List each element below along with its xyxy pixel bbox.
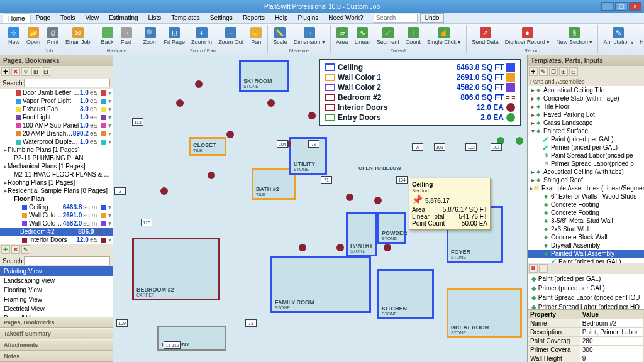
- property-row[interactable]: DescriptionPaint, Primer, Labor: [528, 328, 644, 337]
- interior-door-marker[interactable]: [384, 244, 391, 251]
- templates-add-button[interactable]: ✚: [529, 67, 538, 76]
- close-button[interactable]: ×: [629, 2, 641, 11]
- parts-item[interactable]: ▸◆Shingled Roof: [528, 176, 644, 184]
- menu-templates[interactable]: Templates: [166, 13, 205, 23]
- tree-item[interactable]: ▸Roofing Plans [1 Pages]: [0, 178, 113, 187]
- tree-item[interactable]: Foot Light1.0ea▾: [0, 113, 113, 121]
- interior-door-marker[interactable]: [267, 99, 275, 107]
- ribbon-single-click--button[interactable]: ☝Single Click ▾: [424, 25, 465, 47]
- left-search-input[interactable]: [24, 79, 110, 87]
- floor-plan-canvas[interactable]: SKI ROOMSTONECLOSETTILEBATH #2TILEBEDROO…: [113, 55, 527, 362]
- tree-item[interactable]: ▸Residential Sample Plans [8 Pages]: [0, 187, 113, 195]
- tree-item[interactable]: Floor Plan: [0, 195, 113, 203]
- menu-view[interactable]: View: [80, 13, 104, 23]
- interior-door-marker[interactable]: [208, 172, 215, 179]
- menu-help[interactable]: Help: [270, 13, 293, 23]
- tab-pages-bookmarks[interactable]: Pages, Bookmarks: [0, 317, 113, 328]
- menu-tools[interactable]: Tools: [55, 13, 80, 23]
- tree-item[interactable]: ▸Plumbing Plans [1 Pages]: [0, 146, 113, 154]
- tree-item[interactable]: Ceiling6463.8sq m▾: [0, 203, 113, 211]
- delete-button[interactable]: ✖: [11, 67, 20, 76]
- expand-button[interactable]: ⊞: [31, 67, 40, 76]
- menu-estimating[interactable]: Estimating: [104, 13, 143, 23]
- parts-list-item[interactable]: ◆ Primer (priced per GAL): [528, 283, 644, 293]
- interior-door-marker[interactable]: [374, 197, 382, 204]
- menu-lists[interactable]: Lists: [143, 13, 167, 23]
- tab-notes[interactable]: Notes: [0, 351, 113, 362]
- ribbon-dimension--button[interactable]: ↔Dimension ▾: [291, 25, 328, 47]
- menu-home[interactable]: Home: [3, 13, 31, 23]
- ribbon-segment-button[interactable]: ⟋Segment: [374, 25, 402, 47]
- views-add-button[interactable]: ✚: [1, 245, 10, 254]
- parts-item[interactable]: ▸◆Tile Floor: [528, 102, 644, 111]
- ribbon-digitizer-record--button[interactable]: ●Digitizer Record ▾: [502, 25, 553, 47]
- view-item[interactable]: Electrical View: [0, 304, 113, 314]
- ribbon-fwd-button[interactable]: →Fwd: [117, 25, 136, 47]
- room-powder[interactable]: POWDERSTONE: [377, 212, 406, 244]
- views-search-input[interactable]: [24, 256, 110, 265]
- interior-door-marker[interactable]: [308, 112, 316, 119]
- parts-list-item[interactable]: ◆ Paint Spread Labor (priced per HOU: [528, 293, 644, 302]
- templates-expand-button[interactable]: ⊞: [559, 67, 568, 76]
- ribbon-zoom-out-button[interactable]: －Zoom Out: [215, 25, 247, 47]
- room-kitchen[interactable]: KITCHENSTONE: [377, 269, 434, 319]
- ribbon-scale-button[interactable]: 📏Scale: [270, 25, 291, 47]
- parts-item[interactable]: ▸◆Acoustical Ceiling (with tabs): [528, 168, 644, 176]
- menu-reports[interactable]: Reports: [238, 13, 270, 23]
- global-search-input[interactable]: [374, 14, 418, 23]
- ribbon-zoom-button[interactable]: 🔍Zoom: [140, 25, 161, 47]
- tree-item[interactable]: 100 AMP Sub Panel1.0ea▾: [0, 121, 113, 129]
- templates-open-button[interactable]: ☐: [549, 67, 558, 76]
- parts-item[interactable]: ▸◆Acoustical Ceiling Tile: [528, 86, 644, 94]
- room-great-room[interactable]: GREAT ROOMSTONE: [447, 288, 522, 338]
- parts-item[interactable]: ◆Painted Wall Assembly: [528, 250, 644, 258]
- menu-page[interactable]: Page: [31, 13, 55, 23]
- tree-item[interactable]: P2-11 PLUMBING PLAN: [0, 154, 113, 162]
- interior-door-marker[interactable]: [299, 244, 306, 251]
- property-row[interactable]: NameBedroom #2: [528, 319, 644, 328]
- ribbon-send-data-button[interactable]: ↗Send Data: [469, 25, 502, 47]
- tab-takeoff-summary[interactable]: Takeoff Summary: [0, 328, 113, 339]
- ribbon-zoom-in-button[interactable]: ＋Zoom In: [188, 25, 215, 47]
- parts-item[interactable]: ◆2x6 Stud Wall: [528, 225, 644, 233]
- parts-item[interactable]: 🧪Paint (priced per GAL): [528, 135, 644, 143]
- parts-item[interactable]: ▾◆Painted Surface: [528, 127, 644, 135]
- property-row[interactable]: Primer Covera300: [528, 346, 644, 354]
- menu-need-work-[interactable]: Need Work?: [323, 13, 368, 23]
- ribbon-area-button[interactable]: ▱Area: [333, 25, 352, 47]
- tab-attachments[interactable]: Attachments: [0, 339, 113, 351]
- collapse-button[interactable]: ⊟: [42, 67, 50, 76]
- entry-door-marker[interactable]: [516, 137, 523, 145]
- property-row[interactable]: Paint Coverag280: [528, 337, 644, 346]
- interior-door-marker[interactable]: [176, 99, 184, 107]
- parts-item[interactable]: ◆Concrete Block Wall: [528, 233, 644, 241]
- interior-door-marker[interactable]: [160, 187, 168, 195]
- ribbon-new-button[interactable]: ☆New: [4, 25, 23, 47]
- parts-item[interactable]: ◆3-5/8" Metal Stud Wall: [528, 217, 644, 225]
- tree-item[interactable]: ▸Mechanical Plans [1 Pages]: [0, 162, 113, 170]
- ribbon-email-job-button[interactable]: ✉Email Job: [62, 25, 94, 47]
- view-item[interactable]: Painting View: [0, 266, 113, 276]
- menu-plugins[interactable]: Plugins: [292, 13, 323, 23]
- ribbon-fit-page-button[interactable]: ⊡Fit Page: [161, 25, 189, 47]
- view-item[interactable]: Flooring View: [0, 285, 113, 295]
- parts-list-item[interactable]: ◆ Paint (priced per GAL): [528, 274, 644, 283]
- parts-item[interactable]: ▸◆Grass Landscape: [528, 119, 644, 127]
- tree-item[interactable]: Waterproof Duplex Outlet1.0ea▾: [0, 138, 113, 146]
- tree-item[interactable]: Vapor Proof Light1.0ea▾: [0, 97, 113, 105]
- parts-item[interactable]: ▸📁Example Assemblies (Linear/Segment: [528, 184, 644, 192]
- interior-door-marker[interactable]: [346, 194, 353, 201]
- tree-item[interactable]: Wall Color 12691.0sq m▾: [0, 211, 113, 219]
- parts-item[interactable]: ⚙Primer Spread Labor(priced p: [528, 160, 644, 168]
- room-pantry[interactable]: PANTRYSTONE: [346, 212, 377, 256]
- tree-item[interactable]: Exhaust Fan3.0ea▾: [0, 105, 113, 113]
- view-item[interactable]: Landscaping View: [0, 276, 113, 285]
- add-button[interactable]: ✚: [1, 67, 10, 76]
- list-delete-button[interactable]: ✖: [529, 264, 538, 273]
- minimize-button[interactable]: _: [601, 2, 614, 11]
- room-family-room[interactable]: FAMILY ROOMSTONE: [270, 256, 371, 313]
- parts-item[interactable]: ⚙Paint Spread Labor(priced pe: [528, 151, 644, 160]
- ribbon-new-section--button[interactable]: §New Section ▾: [553, 25, 596, 47]
- parts-list-item[interactable]: ◆ Primer Spread Labor (priced per HO: [528, 302, 644, 309]
- ribbon-open-button[interactable]: 📂Open: [23, 25, 43, 47]
